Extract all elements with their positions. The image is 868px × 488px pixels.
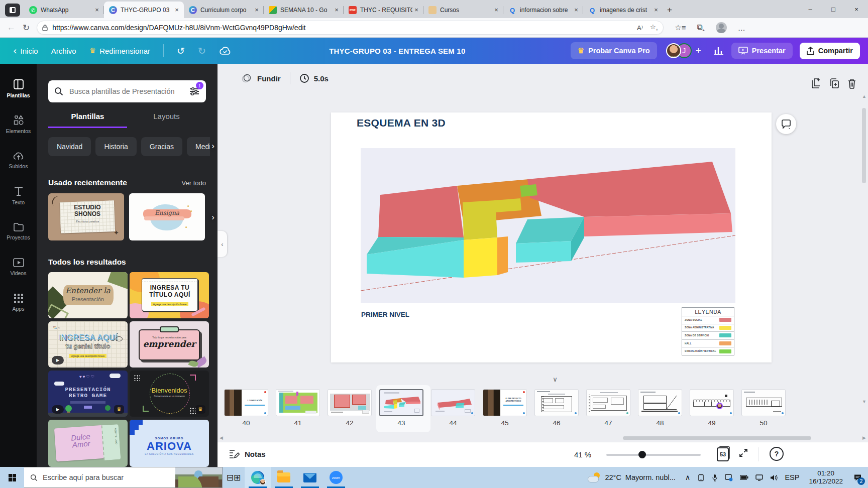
resize-button[interactable]: ♛ Redimensionar [89,46,150,55]
page-count-button[interactable]: 53 [717,447,729,461]
filmstrip-slide-44[interactable]: 44 [431,387,479,431]
slide-page[interactable]: ESQUEMA EN 3D [331,112,772,362]
sidebar-item-subidos[interactable]: Subidos [3,142,35,178]
chip-medicina[interactable]: Medicina [187,137,210,156]
taskbar-app-mail[interactable] [297,467,323,488]
close-tab-icon[interactable]: × [492,6,500,14]
zoom-slider[interactable] [606,454,701,456]
tab-layouts[interactable]: Layouts [127,112,206,128]
taskbar-app-explorer[interactable] [271,467,297,488]
add-member-button[interactable]: + [696,45,701,56]
sidebar-item-plantillas[interactable]: Plantillas [3,71,35,106]
network-icon[interactable] [755,474,763,481]
taskbar-app-edge[interactable] [245,467,271,488]
tray-expand-icon[interactable]: ∧ [685,473,691,481]
template-dulce-amor[interactable]: Dulce Amor ADMITE UNO [48,420,128,467]
horizontal-scrollbar[interactable]: ◀ ▶ [218,435,868,440]
duplicate-page-icon[interactable] [829,78,840,89]
present-button[interactable]: Presentar [731,43,793,59]
battery-icon[interactable] [740,475,748,480]
new-tab-button[interactable]: + [667,5,672,15]
slide-title[interactable]: ESQUEMA EN 3D [357,117,446,129]
close-tab-icon[interactable]: × [652,6,660,14]
scroll-right-icon[interactable]: ▶ [862,435,866,440]
save-status-icon[interactable] [219,46,231,55]
filmstrip-slide-40[interactable]: J. ZONIFICACIÓN 40 [224,387,272,431]
template-ensigna[interactable]: Ensigna [129,193,205,240]
duration-button[interactable]: 5.0s [299,73,329,83]
recent-scroll-right-icon[interactable]: › [211,212,214,222]
template-estudio-shonos[interactable]: ESTUDIO SHONOS Escritura creativa ✦ [48,193,124,240]
minimize-button[interactable]: – [799,0,822,18]
template-search-box[interactable]: 1 [48,80,206,102]
refresh-icon[interactable]: ↻ [23,23,30,33]
template-bienvenidos[interactable]: Bienvenidos Comenzamos en un momento ♛ [130,371,209,417]
sidebar-item-videos[interactable]: Videos [3,249,35,285]
tab-curriculum[interactable]: C Curriculum corpo × [184,2,264,18]
tab-semana-10[interactable]: SEMANA 10 - Go × [264,2,344,18]
back-icon[interactable]: ← [7,23,16,33]
filmstrip-slide-41[interactable]: 41 [276,387,324,431]
close-tab-icon[interactable]: × [412,6,420,14]
template-retro-game[interactable]: ♥♥♡♡ PRESENTACIÓN RETRO GAME ▶ ♛ [48,371,128,417]
insights-button[interactable] [714,46,724,55]
close-window-button[interactable]: × [845,0,868,18]
file-menu-button[interactable]: Archivo [51,47,76,55]
notes-button[interactable]: Notas [229,449,266,459]
url-field[interactable]: https://www.canva.com/design/DAFQMUz-h8U… [37,21,664,35]
3d-diagram[interactable] [361,148,735,303]
sidebar-item-proyectos[interactable]: Proyectos [3,213,35,249]
filmstrip-slide-42[interactable]: 42 [328,387,376,431]
favorites-bar-icon[interactable]: ☆≡ [675,23,686,32]
tab-plantillas[interactable]: Plantillas [48,112,127,128]
collections-icon[interactable]: ⧉+ [697,23,704,33]
add-favorite-icon[interactable]: ☆+ [650,23,658,32]
search-input[interactable] [68,87,189,96]
see-all-link[interactable]: Ver todo [182,179,206,187]
taskbar-weather[interactable]: 22°C Mayorm. nubl... [588,472,675,482]
filmstrip-slide-50[interactable]: 50 [741,387,790,431]
transition-button[interactable]: Fundir [242,73,281,83]
level-label[interactable]: PRIMER NIVEL [361,311,409,318]
legend-box[interactable]: LEYENDA ZONA SOCIAL ZONA ADMINISTRATIVA … [682,307,734,355]
sidebar-item-texto[interactable]: Texto [3,178,35,213]
taskbar-search[interactable]: Escribe aquí para buscar [24,467,223,488]
share-button[interactable]: Compartir [800,43,860,59]
scroll-left-icon[interactable]: ◀ [220,435,223,440]
teams-status-icon[interactable] [725,474,733,481]
close-tab-icon[interactable]: × [93,6,101,14]
filmstrip-slide-46[interactable]: 46 [534,387,583,431]
tab-whatsapp[interactable]: ✆ WhatsApp × [24,2,104,18]
filter-button[interactable]: 1 [189,86,200,97]
sidebar-item-elementos[interactable]: Elementos [3,106,35,142]
add-page-icon[interactable] [811,78,822,89]
comment-button[interactable] [776,114,796,134]
try-pro-button[interactable]: ♛ Probar Canva Pro [571,42,657,59]
scroll-up-icon[interactable]: ▲ [862,94,866,99]
close-tab-icon[interactable]: × [253,6,261,14]
template-ingresa-titulo[interactable]: INGRESA TU TÍTULO AQUÍ Agrega una descri… [130,272,209,318]
filmstrip-slide-45[interactable]: K. PRE PROYECTO ARQUITECTÓNICO 45 [483,387,531,431]
template-emprender[interactable]: Todo lo que necesitas saber para emprend… [130,321,209,368]
filmstrip-slide-48[interactable]: 48 [638,387,686,431]
browser-menu-icon[interactable]: … [738,24,745,32]
panel-collapse-handle[interactable]: ‹ [218,231,227,257]
chips-scroll-right-icon[interactable]: › [211,141,214,151]
language-indicator[interactable]: ESP [785,473,799,481]
tab-thyc-requisitos[interactable]: PDF THYC - REQUISITO × [344,2,423,18]
chip-navidad[interactable]: Navidad [48,137,91,156]
volume-icon[interactable] [770,474,778,481]
template-ingresa-genial[interactable]: \\\ ≈ INGRESA AQUÍ tu genial título Agre… [48,321,128,368]
filmstrip-slide-49[interactable]: 49 [690,387,738,431]
start-button[interactable] [0,467,24,488]
tab-informacion[interactable]: Q informacion sobre × [503,2,583,18]
filmstrip-slide-47[interactable]: 47 [586,387,634,431]
filmstrip-slide-43-selected[interactable]: 43 [379,387,427,431]
template-entender[interactable]: Entender la Presentación [48,272,128,318]
delete-page-icon[interactable] [847,78,857,89]
read-aloud-icon[interactable]: A⁾ [637,24,643,32]
search-highlight-image[interactable] [175,467,222,487]
scrollbar-thumb[interactable] [623,436,811,440]
rotation-lock-icon[interactable] [697,474,705,481]
restore-button[interactable]: □ [822,0,845,18]
